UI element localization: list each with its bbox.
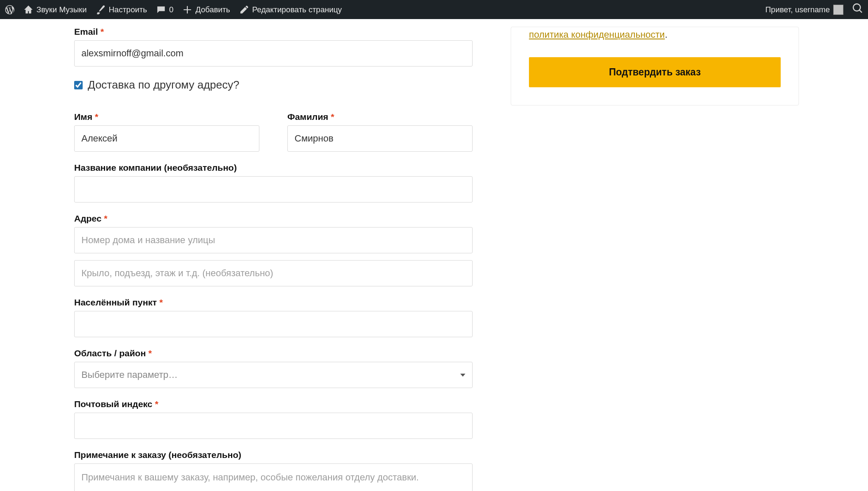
checkout-form-column: Email * Доставка по другому адресу? Имя … [74,27,473,491]
edit-page-label: Редактировать страницу [252,5,342,14]
order-summary-column: политика конфиденциальности. Подтвердить… [511,27,799,105]
required-asterisk: * [148,348,152,358]
ship-different-checkbox[interactable] [74,81,83,89]
policy-line: политика конфиденциальности. [529,27,781,42]
required-asterisk: * [95,112,98,122]
first-name-block: Имя * [74,112,259,152]
add-new-label: Добавить [195,5,230,14]
postcode-field-block: Почтовый индекс * [74,399,473,439]
admin-bar-left: Звуки Музыки Настроить 0 Добавить Редакт… [5,5,342,14]
notes-label: Примечание к заказу (необязательно) [74,450,473,460]
last-name-input[interactable] [287,125,473,152]
edit-page-item[interactable]: Редактировать страницу [239,5,342,14]
ship-different-label[interactable]: Доставка по другому адресу? [88,78,239,92]
postcode-label: Почтовый индекс * [74,399,473,409]
ship-different-row: Доставка по другому адресу? [74,78,473,92]
email-label-text: Email [74,27,98,36]
site-name-label: Звуки Музыки [36,5,87,14]
greeting-text: Привет, username [765,5,830,14]
search-toggle[interactable] [853,3,863,16]
customize-item[interactable]: Настроить [96,5,147,14]
privacy-policy-link[interactable]: политика конфиденциальности [529,29,665,40]
region-select[interactable]: Выберите параметр… [74,362,473,388]
comments-item[interactable]: 0 [156,5,173,14]
chevron-down-icon [460,374,465,377]
city-label-text: Населённый пункт [74,297,157,307]
comment-icon [156,5,166,14]
order-notes-textarea[interactable] [74,463,473,491]
required-asterisk: * [155,399,158,409]
add-new-item[interactable]: Добавить [183,5,230,14]
region-field-block: Область / район * Выберите параметр… [74,348,473,388]
name-row: Имя * Фамилия * [74,112,473,152]
page: Email * Доставка по другому адресу? Имя … [0,19,868,491]
company-field-block: Название компании (необязательно) [74,163,473,203]
first-name-label: Имя * [74,112,259,122]
region-label: Область / район * [74,348,473,358]
avatar [833,5,843,15]
wordpress-icon [5,5,14,14]
postcode-input[interactable] [74,413,473,439]
city-field-block: Населённый пункт * [74,297,473,337]
address2-input[interactable] [74,260,473,286]
first-name-label-text: Имя [74,112,92,122]
last-name-block: Фамилия * [287,112,473,152]
greeting-item[interactable]: Привет, username [765,5,843,15]
last-name-label: Фамилия * [287,112,473,122]
place-order-button[interactable]: Подтвердить заказ [529,57,781,87]
order-box: политика конфиденциальности. Подтвердить… [511,27,799,105]
notes-field-block: Примечание к заказу (необязательно) [74,450,473,491]
first-name-input[interactable] [74,125,259,152]
site-name-item[interactable]: Звуки Музыки [24,5,87,14]
required-asterisk: * [331,112,334,122]
address-label-text: Адрес [74,214,101,223]
region-placeholder: Выберите параметр… [81,369,178,380]
company-input[interactable] [74,176,473,203]
admin-bar-right: Привет, username [765,3,863,16]
company-label: Название компании (необязательно) [74,163,473,173]
postcode-label-text: Почтовый индекс [74,399,153,409]
required-asterisk: * [100,27,104,36]
comments-count: 0 [169,5,173,14]
customize-label: Настроить [109,5,147,14]
wp-logo-item[interactable] [5,5,14,14]
brush-icon [96,5,106,14]
content-wrapper: Email * Доставка по другому адресу? Имя … [0,19,868,491]
email-input[interactable] [74,40,473,67]
plus-icon [183,5,192,14]
email-field-block: Email * [74,27,473,67]
city-label: Населённый пункт * [74,297,473,308]
wp-admin-bar: Звуки Музыки Настроить 0 Добавить Редакт… [0,0,868,19]
last-name-label-text: Фамилия [287,112,328,122]
address1-input[interactable] [74,227,473,253]
address2-field-block [74,260,473,286]
address-label: Адрес * [74,214,473,224]
region-label-text: Область / район [74,348,146,358]
required-asterisk: * [159,297,163,307]
city-input[interactable] [74,311,473,337]
required-asterisk: * [104,214,107,223]
search-icon [853,3,863,16]
address-field-block: Адрес * [74,214,473,253]
email-label: Email * [74,27,473,37]
policy-suffix: . [665,29,668,40]
pencil-icon [239,5,249,14]
home-icon [24,5,33,14]
